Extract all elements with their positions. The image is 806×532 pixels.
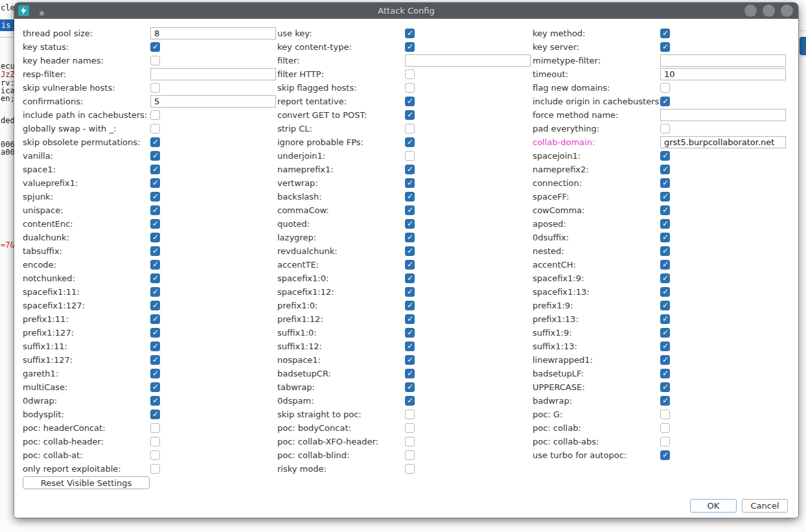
underjoin1-checkbox[interactable] bbox=[405, 151, 415, 161]
prefix1-12-checkbox[interactable] bbox=[405, 314, 415, 324]
ok-button[interactable]: OK bbox=[690, 499, 737, 513]
uppercase-checkbox[interactable] bbox=[660, 382, 670, 392]
close-button[interactable] bbox=[781, 5, 793, 17]
badsetupcr-checkbox[interactable] bbox=[405, 369, 415, 378]
encode-checkbox[interactable] bbox=[150, 260, 160, 270]
use-key-checkbox[interactable] bbox=[405, 29, 415, 38]
resp-filter-input[interactable] bbox=[150, 68, 276, 80]
suffix1-0-checkbox[interactable] bbox=[405, 328, 415, 338]
collab-domain-input[interactable] bbox=[660, 136, 786, 148]
flag-new-domains-checkbox[interactable] bbox=[660, 83, 670, 93]
globally-swap-with-checkbox[interactable] bbox=[150, 124, 160, 133]
prefix1-9-checkbox[interactable] bbox=[660, 301, 670, 310]
mimetype-filter-input[interactable] bbox=[660, 54, 786, 67]
pad-everything-checkbox[interactable] bbox=[660, 124, 670, 133]
filter-http-checkbox[interactable] bbox=[405, 69, 415, 79]
0dwrap-checkbox[interactable] bbox=[150, 396, 160, 406]
convert-get-to-post-checkbox[interactable] bbox=[405, 110, 415, 120]
suffix1-127-checkbox[interactable] bbox=[150, 355, 160, 365]
quoted-checkbox[interactable] bbox=[405, 219, 415, 229]
space1-checkbox[interactable] bbox=[150, 165, 160, 174]
spjunk-checkbox[interactable] bbox=[150, 192, 160, 202]
poc-collab-blind-checkbox[interactable] bbox=[405, 450, 415, 460]
nameprefix2-checkbox[interactable] bbox=[660, 165, 670, 174]
key-method-checkbox[interactable] bbox=[660, 29, 670, 38]
nameprefix1-checkbox[interactable] bbox=[405, 165, 415, 174]
nested-checkbox[interactable] bbox=[660, 246, 670, 256]
skip-vulnerable-hosts-checkbox[interactable] bbox=[150, 83, 160, 93]
poc-bodyconcat-checkbox[interactable] bbox=[405, 423, 415, 433]
backslash-checkbox[interactable] bbox=[405, 192, 415, 202]
connection-checkbox[interactable] bbox=[660, 178, 670, 188]
thread-pool-size-input[interactable] bbox=[150, 27, 276, 40]
minimize-button[interactable] bbox=[744, 5, 757, 17]
unispace-checkbox[interactable] bbox=[150, 205, 160, 215]
prefix1-13-checkbox[interactable] bbox=[660, 314, 670, 324]
key-content-type-checkbox[interactable] bbox=[405, 42, 415, 52]
risky-mode-checkbox[interactable] bbox=[405, 464, 415, 474]
spaceff-checkbox[interactable] bbox=[660, 192, 670, 202]
poc-collab-at-checkbox[interactable] bbox=[150, 450, 160, 460]
confirmations-input[interactable] bbox=[150, 95, 276, 108]
aposed-checkbox[interactable] bbox=[660, 219, 670, 229]
accentch-checkbox[interactable] bbox=[660, 260, 670, 270]
poc-collab-abs-checkbox[interactable] bbox=[660, 437, 670, 446]
titlebar[interactable]: Attack Config bbox=[14, 3, 798, 19]
tabsuffix-checkbox[interactable] bbox=[150, 246, 160, 256]
bodysplit-checkbox[interactable] bbox=[150, 410, 160, 419]
spacejoin1-checkbox[interactable] bbox=[660, 151, 670, 161]
spacefix1-11-checkbox[interactable] bbox=[150, 287, 160, 297]
use-turbo-for-autopoc-checkbox[interactable] bbox=[660, 450, 670, 460]
cowcomma-checkbox[interactable] bbox=[660, 205, 670, 215]
include-origin-in-cachebusters-checkbox[interactable] bbox=[660, 97, 670, 106]
spacefix1-0-checkbox[interactable] bbox=[405, 273, 415, 283]
spacefix1-9-checkbox[interactable] bbox=[660, 273, 670, 283]
prefix1-11-checkbox[interactable] bbox=[150, 314, 160, 324]
cancel-button[interactable]: Cancel bbox=[742, 499, 788, 513]
key-status-checkbox[interactable] bbox=[150, 42, 160, 52]
notchunked-checkbox[interactable] bbox=[150, 273, 160, 283]
skip-flagged-hosts-checkbox[interactable] bbox=[405, 83, 415, 93]
vertwrap-checkbox[interactable] bbox=[405, 178, 415, 188]
linewrapped1-checkbox[interactable] bbox=[660, 355, 670, 365]
badsetuplf-checkbox[interactable] bbox=[660, 369, 670, 378]
0dsuffix-checkbox[interactable] bbox=[660, 233, 670, 242]
report-tentative-checkbox[interactable] bbox=[405, 97, 415, 106]
dualchunk-checkbox[interactable] bbox=[150, 233, 160, 242]
gareth1-checkbox[interactable] bbox=[150, 369, 160, 378]
skip-obsolete-permutations-checkbox[interactable] bbox=[150, 137, 160, 147]
poc-collab-header-checkbox[interactable] bbox=[150, 437, 160, 446]
vanilla-checkbox[interactable] bbox=[150, 151, 160, 161]
spacefix1-127-checkbox[interactable] bbox=[150, 301, 160, 310]
multicase-checkbox[interactable] bbox=[150, 382, 160, 392]
only-report-exploitable-checkbox[interactable] bbox=[150, 464, 160, 474]
tabwrap-checkbox[interactable] bbox=[405, 382, 415, 392]
suffix1-11-checkbox[interactable] bbox=[150, 341, 160, 351]
prefix1-127-checkbox[interactable] bbox=[150, 328, 160, 338]
maximize-button[interactable] bbox=[763, 5, 775, 17]
contentenc-checkbox[interactable] bbox=[150, 219, 160, 229]
ignore-probable-fps-checkbox[interactable] bbox=[405, 137, 415, 147]
poc-collab-xfo-header-checkbox[interactable] bbox=[405, 437, 415, 446]
timeout-input[interactable] bbox=[660, 68, 786, 80]
reset-visible-settings-button[interactable]: Reset Visible Settings bbox=[23, 476, 150, 489]
prefix1-0-checkbox[interactable] bbox=[405, 301, 415, 310]
suffix1-9-checkbox[interactable] bbox=[660, 328, 670, 338]
strip-cl-checkbox[interactable] bbox=[405, 124, 415, 133]
nospace1-checkbox[interactable] bbox=[405, 355, 415, 365]
spacefix1-12-checkbox[interactable] bbox=[405, 287, 415, 297]
suffix1-13-checkbox[interactable] bbox=[660, 341, 670, 351]
force-method-name-input[interactable] bbox=[660, 109, 786, 121]
valueprefix1-checkbox[interactable] bbox=[150, 178, 160, 188]
revdualchunk-checkbox[interactable] bbox=[405, 246, 415, 256]
spacefix1-13-checkbox[interactable] bbox=[660, 287, 670, 297]
accentte-checkbox[interactable] bbox=[405, 260, 415, 270]
commacow-checkbox[interactable] bbox=[405, 205, 415, 215]
0dspam-checkbox[interactable] bbox=[405, 396, 415, 406]
suffix1-12-checkbox[interactable] bbox=[405, 341, 415, 351]
poc-g-checkbox[interactable] bbox=[660, 410, 670, 419]
key-server-checkbox[interactable] bbox=[660, 42, 670, 52]
badwrap-checkbox[interactable] bbox=[660, 396, 670, 406]
include-path-in-cachebusters-checkbox[interactable] bbox=[150, 110, 160, 120]
filter-input[interactable] bbox=[405, 54, 531, 67]
